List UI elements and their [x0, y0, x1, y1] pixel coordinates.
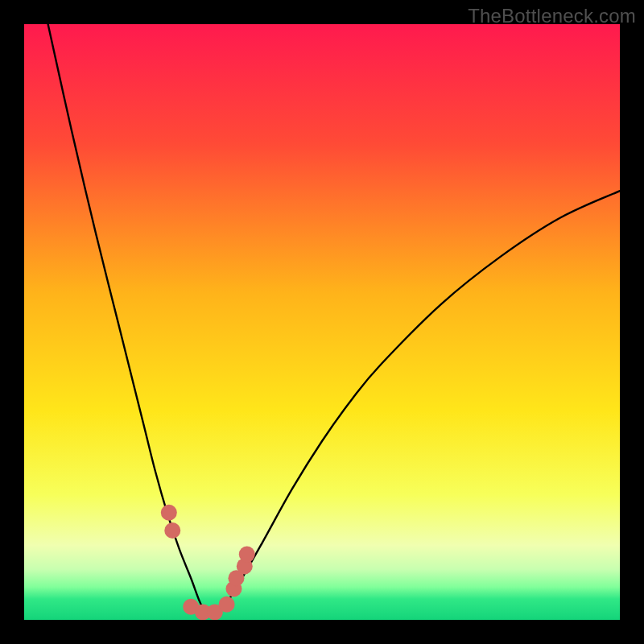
- highlight-dot: [161, 505, 177, 521]
- highlight-dot: [239, 547, 255, 563]
- curve-layer: [24, 24, 620, 620]
- highlight-dot: [164, 522, 180, 539]
- highlight-dot: [219, 597, 235, 613]
- highlight-dots: [161, 505, 255, 620]
- chart-frame: TheBottleneck.com: [0, 0, 644, 644]
- bottleneck-curve: [48, 24, 620, 612]
- plot-area: [24, 24, 620, 620]
